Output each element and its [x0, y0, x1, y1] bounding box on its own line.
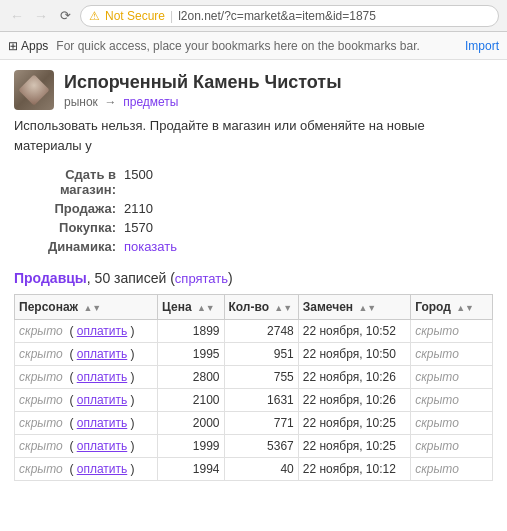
sort-icon-price: ▲▼	[197, 303, 215, 313]
import-link[interactable]: Import	[465, 39, 499, 53]
pay-link-6[interactable]: оплатить	[77, 462, 128, 476]
item-title-block: Испорченный Камень Чистоты рынок → предм…	[64, 72, 342, 109]
cell-price-3: 2100	[158, 389, 224, 412]
sellers-count: , 50 записей (спрятать)	[87, 270, 233, 286]
cell-price-1: 1995	[158, 343, 224, 366]
pay-link-1[interactable]: оплатить	[77, 347, 128, 361]
cell-date-1: 22 ноября, 10:50	[298, 343, 410, 366]
item-stats: Сдать в магазин: 1500 Продажа: 2110 Поку…	[14, 167, 493, 254]
sort-icon-char: ▲▼	[83, 303, 101, 313]
cell-qty-6: 40	[224, 458, 298, 481]
pay-link-5[interactable]: оплатить	[77, 439, 128, 453]
cell-city-1: скрыто	[411, 343, 493, 366]
browser-chrome: ← → ⟳ ⚠ Not Secure | l2on.net/?c=market&…	[0, 0, 507, 32]
dynamics-link[interactable]: показать	[124, 239, 177, 254]
city-hidden-4: скрыто	[415, 416, 459, 430]
col-header-qty[interactable]: Кол-во ▲▼	[224, 295, 298, 320]
stat-label-shop: Сдать в магазин:	[14, 167, 124, 197]
cell-qty-5: 5367	[224, 435, 298, 458]
sellers-table: Персонаж ▲▼ Цена ▲▼ Кол-во ▲▼ Замечен ▲▼…	[14, 294, 493, 481]
stat-row-buy: Покупка: 1570	[14, 220, 493, 235]
cell-qty-2: 755	[224, 366, 298, 389]
cell-price-2: 2800	[158, 366, 224, 389]
cell-date-0: 22 ноября, 10:52	[298, 320, 410, 343]
col-header-city[interactable]: Город ▲▼	[411, 295, 493, 320]
apps-grid-icon: ⊞	[8, 39, 18, 53]
stat-label-buy: Покупка:	[14, 220, 124, 235]
pay-link-4[interactable]: оплатить	[77, 416, 128, 430]
breadcrumb-prefix: рынок	[64, 95, 98, 109]
cell-date-5: 22 ноября, 10:25	[298, 435, 410, 458]
table-row: скрыто ( оплатить ) 1995 951 22 ноября, …	[15, 343, 493, 366]
city-hidden-6: скрыто	[415, 462, 459, 476]
separator: |	[170, 9, 173, 23]
city-hidden-2: скрыто	[415, 370, 459, 384]
cell-city-4: скрыто	[411, 412, 493, 435]
cell-city-3: скрыто	[411, 389, 493, 412]
url-text: l2on.net/?c=market&a=item&id=1875	[178, 9, 376, 23]
stat-row-dynamics: Динамика: показать	[14, 239, 493, 254]
cell-date-3: 22 ноября, 10:26	[298, 389, 410, 412]
char-hidden-5: скрыто	[19, 439, 63, 453]
char-hidden-1: скрыто	[19, 347, 63, 361]
table-row: скрыто ( оплатить ) 2100 1631 22 ноября,…	[15, 389, 493, 412]
cell-char-1: скрыто ( оплатить )	[15, 343, 158, 366]
breadcrumb-link[interactable]: предметы	[123, 95, 178, 109]
cell-date-6: 22 ноября, 10:12	[298, 458, 410, 481]
cell-city-5: скрыто	[411, 435, 493, 458]
sort-icon-city: ▲▼	[456, 303, 474, 313]
sort-icon-qty: ▲▼	[274, 303, 292, 313]
item-breadcrumb: рынок → предметы	[64, 95, 342, 109]
col-header-price[interactable]: Цена ▲▼	[158, 295, 224, 320]
cell-city-0: скрыто	[411, 320, 493, 343]
cell-qty-1: 951	[224, 343, 298, 366]
pay-link-3[interactable]: оплатить	[77, 393, 128, 407]
cell-qty-4: 771	[224, 412, 298, 435]
table-row: скрыто ( оплатить ) 1999 5367 22 ноября,…	[15, 435, 493, 458]
char-hidden-0: скрыто	[19, 324, 63, 338]
char-hidden-4: скрыто	[19, 416, 63, 430]
stat-row-shop: Сдать в магазин: 1500	[14, 167, 493, 197]
bookmarks-hint: For quick access, place your bookmarks h…	[56, 39, 457, 53]
cell-city-2: скрыто	[411, 366, 493, 389]
cell-price-4: 2000	[158, 412, 224, 435]
cell-char-4: скрыто ( оплатить )	[15, 412, 158, 435]
stat-value-buy: 1570	[124, 220, 153, 235]
pay-link-2[interactable]: оплатить	[77, 370, 128, 384]
city-hidden-5: скрыто	[415, 439, 459, 453]
reload-button[interactable]: ⟳	[56, 7, 74, 25]
not-secure-label: Not Secure	[105, 9, 165, 23]
back-button[interactable]: ←	[8, 7, 26, 25]
page-content: Испорченный Камень Чистоты рынок → предм…	[0, 60, 507, 491]
item-avatar	[14, 70, 54, 110]
item-name: Испорченный Камень Чистоты	[64, 72, 342, 93]
cell-char-5: скрыто ( оплатить )	[15, 435, 158, 458]
sellers-title: Продавцы	[14, 270, 87, 286]
item-header: Испорченный Камень Чистоты рынок → предм…	[14, 70, 493, 110]
security-icon: ⚠	[89, 9, 100, 23]
cell-price-5: 1999	[158, 435, 224, 458]
table-row: скрыто ( оплатить ) 2000 771 22 ноября, …	[15, 412, 493, 435]
table-row: скрыто ( оплатить ) 2800 755 22 ноября, …	[15, 366, 493, 389]
forward-button[interactable]: →	[32, 7, 50, 25]
pay-link-0[interactable]: оплатить	[77, 324, 128, 338]
sellers-section-header: Продавцы, 50 записей (спрятать)	[14, 270, 493, 286]
col-header-char[interactable]: Персонаж ▲▼	[15, 295, 158, 320]
col-header-date[interactable]: Замечен ▲▼	[298, 295, 410, 320]
sort-icon-date: ▲▼	[358, 303, 376, 313]
hide-sellers-link[interactable]: спрятать	[175, 271, 228, 286]
char-hidden-6: скрыто	[19, 462, 63, 476]
cell-price-6: 1994	[158, 458, 224, 481]
address-bar[interactable]: ⚠ Not Secure | l2on.net/?c=market&a=item…	[80, 5, 499, 27]
cell-date-4: 22 ноября, 10:25	[298, 412, 410, 435]
cell-char-0: скрыто ( оплатить )	[15, 320, 158, 343]
city-hidden-3: скрыто	[415, 393, 459, 407]
item-description: Использовать нельзя. Продайте в магазин …	[14, 116, 493, 155]
cell-qty-3: 1631	[224, 389, 298, 412]
apps-button[interactable]: ⊞ Apps	[8, 39, 48, 53]
table-row: скрыто ( оплатить ) 1899 2748 22 ноября,…	[15, 320, 493, 343]
char-hidden-3: скрыто	[19, 393, 63, 407]
char-hidden-2: скрыто	[19, 370, 63, 384]
stat-label-sell: Продажа:	[14, 201, 124, 216]
city-hidden-1: скрыто	[415, 347, 459, 361]
